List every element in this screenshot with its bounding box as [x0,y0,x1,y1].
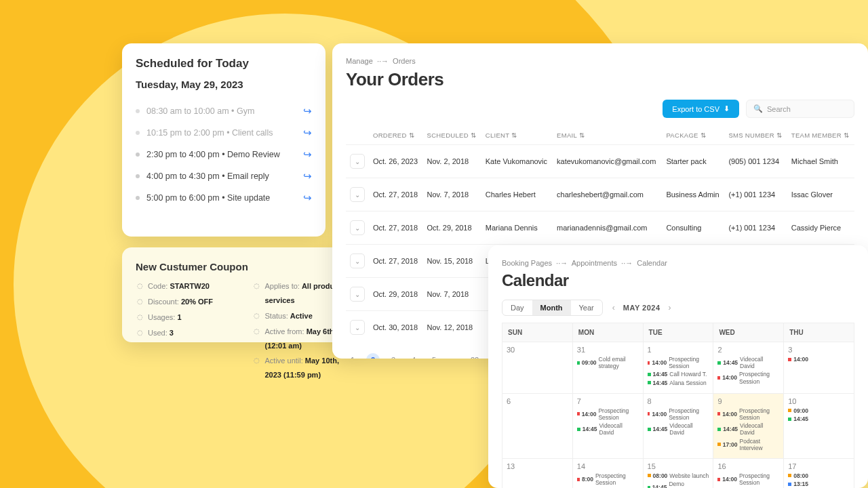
column-header[interactable]: TEAM MEMBER ⇅ [787,126,854,145]
calendar-event[interactable]: 14:45Videocall David [717,422,779,436]
column-header[interactable]: EMAIL ⇅ [553,126,662,145]
page-number[interactable]: 2 [366,353,380,359]
view-year[interactable]: Year [571,300,602,315]
exit-icon[interactable]: ↪ [303,127,312,139]
column-header[interactable]: PACKAGE ⇅ [662,126,724,145]
calendar-title: Calendar [502,271,854,290]
expand-row-icon[interactable]: ⌄ [350,154,365,169]
column-header[interactable]: CLIENT ⇅ [481,126,553,145]
calendar-cell[interactable]: 1508:00Website launch14:45Demo Presentat… [644,459,714,488]
calendar-event[interactable]: 14:00Prospecting Session [717,472,779,486]
calendar-cell[interactable]: 214:45Videocall David14:00Prospecting Se… [713,342,784,394]
table-row[interactable]: ⌄Oct. 27, 2018Nov. 7, 2018Charles Hebert… [346,178,854,211]
view-month[interactable]: Month [532,300,571,315]
day-header: WED [713,323,784,342]
table-row[interactable]: ⌄Oct. 27, 2018Oct. 29, 2018Mariana Denni… [346,211,854,245]
calendar-cell[interactable]: 314:00 [784,342,854,394]
scheduled-item[interactable]: 10:15 pm to 2:00 pm • Client calls↪ [136,122,312,144]
calendar-event[interactable]: 08:00Website launch [648,472,709,479]
expand-row-icon[interactable]: ⌄ [350,187,365,202]
expand-row-icon[interactable]: ⌄ [350,220,365,235]
view-day[interactable]: Day [502,300,532,315]
day-header: THU [784,323,854,342]
export-csv-button[interactable]: Export to CSV ⬇ [663,100,739,118]
calendar-event[interactable]: 14:45Call Howard T. [648,371,709,378]
calendar-event[interactable]: 08:00 [788,472,850,479]
calendar-event[interactable]: 14:45Videocall David [577,422,639,436]
next-month-button[interactable]: › [669,303,671,312]
calendar-cell[interactable]: 13 [502,459,573,488]
coupon-title: New Custumer Coupon [136,261,356,272]
calendar-event[interactable]: 14:00Prospecting Session [648,356,709,369]
scheduled-item[interactable]: 2:30 pm to 4:00 pm • Demo Review↪ [136,144,312,165]
search-input[interactable]: 🔍 Search [746,100,854,118]
page-number[interactable]: ... [448,353,461,359]
exit-icon[interactable]: ↪ [303,170,312,182]
orders-breadcrumb: Manage ··→ Orders [346,57,854,65]
download-icon: ⬇ [724,104,730,113]
calendar-event[interactable]: 14:00 [788,356,850,363]
scheduled-card: Scheduled for Today Tuesday, May 29, 202… [122,43,326,237]
calendar-event[interactable]: 14:00Prospecting Session [577,407,639,421]
calendar-cell[interactable]: 1009:0014:45 [784,394,854,459]
calendar-event[interactable]: 14:00Prospecting Session [717,371,779,384]
calendar-cell[interactable]: 1614:00Prospecting Session14:00Conferenc… [713,459,784,488]
page-number[interactable]: 22 [468,353,481,359]
day-header: MON [573,323,644,342]
expand-row-icon[interactable]: ⌄ [350,320,365,335]
calendar-cell[interactable]: 1708:0013:15 [784,459,854,488]
calendar-event[interactable]: 14:00Prospecting Session [717,407,779,421]
calendar-cell[interactable]: 30 [502,342,573,394]
scheduled-item[interactable]: 5:00 pm to 6:00 pm • Site update↪ [136,187,312,209]
current-month: MAY 2024 [623,304,660,312]
calendar-event[interactable]: 14:45Demo Presentation [648,481,709,488]
column-header[interactable]: SCHEDULED ⇅ [423,126,481,145]
exit-icon[interactable]: ↪ [303,192,312,204]
crumb-manage[interactable]: Manage [346,57,373,65]
page-number[interactable]: 1 [346,353,359,359]
coupon-left-col: ◌Code: STARTW20◌Discount: 20% OFF◌Usages… [136,279,239,384]
scheduled-item[interactable]: 4:00 pm to 4:30 pm • Email reply↪ [136,165,312,187]
calendar-cell[interactable]: 114:00Prospecting Session14:45Call Howar… [644,342,714,394]
calendar-cell[interactable]: 814:00Prospecting Session14:45Videocall … [644,394,714,459]
orders-title: Your Orders [346,69,854,90]
calendar-card: Booking Pages ··→ Appointments ··→ Calen… [488,245,868,488]
calendar-cell[interactable]: 914:00Prospecting Session14:45Videocall … [713,394,784,459]
calendar-event[interactable]: 09:00Cold email strategy [577,356,639,369]
calendar-event[interactable]: 14:45Alana Session [648,380,709,386]
calendar-event[interactable]: 8:00Prospecting Session [577,472,639,486]
scheduled-date: Tuesday, May 29, 2023 [136,79,312,90]
crumb-appointments[interactable]: Appointments [572,259,617,267]
expand-row-icon[interactable]: ⌄ [350,253,365,268]
exit-icon[interactable]: ↪ [303,105,312,117]
calendar-event[interactable]: 17:00Podcast Interview [717,438,779,451]
calendar-cell[interactable]: 3109:00Cold email strategy [573,342,644,394]
calendar-cell[interactable]: 714:00Prospecting Session14:45Videocall … [573,394,644,459]
calendar-event[interactable]: 14:45Videocall David [717,356,779,369]
calendar-breadcrumb: Booking Pages ··→ Appointments ··→ Calen… [502,259,854,267]
column-header[interactable]: ORDERED ⇅ [369,126,423,145]
calendar-event[interactable]: 14:00Prospecting Session [648,407,709,421]
view-segment[interactable]: DayMonthYear [502,300,603,316]
crumb-booking[interactable]: Booking Pages [502,259,552,267]
calendar-event[interactable]: 14:45 [788,415,850,422]
calendar-cell[interactable]: 6 [502,394,573,459]
table-row[interactable]: ⌄Oct. 26, 2023Nov. 2, 2018Kate Vukomanov… [346,145,854,178]
scheduled-item[interactable]: 08:30 am to 10:00 am • Gym↪ [136,100,312,122]
scheduled-title: Scheduled for Today [136,57,312,70]
search-icon: 🔍 [753,104,763,113]
calendar-cell[interactable]: 148:00Prospecting Session14:45Videocall … [573,459,644,488]
scheduled-list: 08:30 am to 10:00 am • Gym↪10:15 pm to 2… [136,100,312,209]
page-number[interactable]: 4 [407,353,420,359]
calendar-event[interactable]: 13:15 [788,481,850,487]
expand-row-icon[interactable]: ⌄ [350,287,365,302]
calendar-event[interactable]: 14:45Videocall David [648,422,709,436]
page-number[interactable]: 3 [387,353,400,359]
day-header: SUN [502,323,573,342]
calendar-event[interactable]: 09:00 [788,407,850,414]
prev-month-button[interactable]: ‹ [612,303,615,312]
exit-icon[interactable]: ↪ [303,148,312,161]
page-number[interactable]: 5 [427,353,441,359]
column-header[interactable]: SMS NUMBER ⇅ [724,126,787,145]
crumb-orders: Orders [393,57,416,65]
